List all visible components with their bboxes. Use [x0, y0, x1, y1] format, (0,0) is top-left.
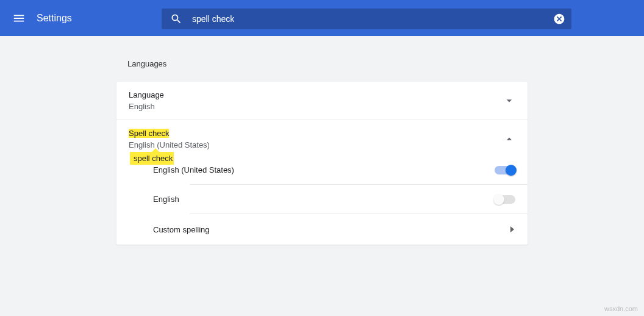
spellcheck-row[interactable]: Spell check English (United States) — [116, 120, 528, 156]
menu-icon[interactable] — [12, 12, 26, 25]
language-row-main: Language English — [129, 90, 164, 111]
spellcheck-en-row: English — [153, 185, 528, 214]
search-match-tip: spell check — [130, 152, 174, 165]
language-row[interactable]: Language English — [116, 82, 528, 120]
settings-panel: Languages Language English Spell check E… — [116, 59, 528, 245]
search-input[interactable] — [192, 14, 553, 24]
languages-card: Language English Spell check English (Un… — [116, 82, 528, 245]
custom-spelling-row[interactable]: Custom spelling — [153, 214, 528, 245]
spellcheck-sub: English (United States) — [129, 140, 210, 149]
arrow-right-icon — [509, 224, 515, 235]
chevron-up-icon[interactable] — [503, 133, 515, 145]
spellcheck-nested: spell check English (United States) Engl… — [116, 156, 528, 245]
watermark: wsxdn.com — [604, 305, 638, 312]
language-label: Language — [129, 90, 164, 99]
spellcheck-label: Spell check — [129, 129, 210, 138]
custom-spelling-label: Custom spelling — [153, 225, 210, 234]
search-icon — [170, 13, 182, 25]
toggle-en-us[interactable] — [495, 166, 515, 174]
app-header: Settings — [0, 0, 644, 36]
spellcheck-highlight: Spell check — [129, 129, 169, 138]
language-sub: English — [129, 102, 164, 111]
spellcheck-en-label: English — [153, 195, 179, 204]
toggle-en[interactable] — [495, 195, 515, 204]
spellcheck-row-main: Spell check English (United States) — [129, 129, 210, 149]
clear-search-icon[interactable] — [553, 13, 565, 25]
spellcheck-en-us-row: English (United States) — [153, 156, 528, 184]
chevron-down-icon[interactable] — [503, 95, 515, 107]
content-area: Languages Language English Spell check E… — [0, 36, 644, 245]
spellcheck-en-us-label: English (United States) — [153, 165, 234, 174]
section-title: Languages — [127, 59, 528, 68]
search-bar — [162, 9, 571, 29]
page-title: Settings — [37, 13, 72, 24]
